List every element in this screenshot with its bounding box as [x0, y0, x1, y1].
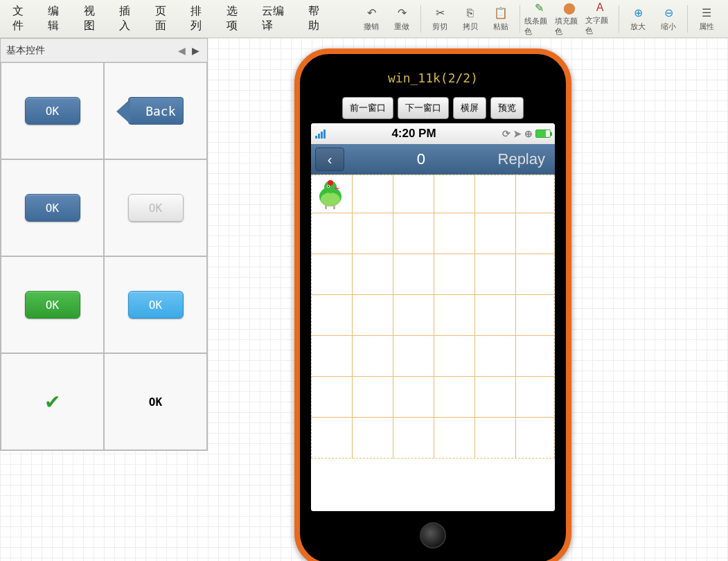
svg-point-5 [328, 186, 329, 187]
canvas[interactable]: 基本控件 ◀ ▶ OKBackOKOKOKOK✔OK win_11k(2/2) … [0, 38, 728, 561]
grid-overlay [311, 175, 555, 458]
palette-cell-0[interactable]: OK [1, 62, 104, 159]
game-canvas[interactable] [311, 175, 555, 511]
tool-拷贝[interactable]: ⎘拷贝 [456, 3, 485, 35]
svg-rect-8 [333, 205, 335, 209]
tool-粘贴[interactable]: 📋粘贴 [486, 3, 515, 35]
palette-cell-1[interactable]: Back [104, 62, 207, 159]
menu-排列[interactable]: 排列 [185, 1, 217, 36]
status-time: 4:20 PM [326, 127, 502, 141]
tool-文字颜色[interactable]: A文字颜色 [585, 3, 614, 35]
menu-云编译[interactable]: 云编译 [256, 1, 300, 36]
palette-prev-icon[interactable]: ◀ [175, 44, 188, 57]
palette-title: 基本控件 [6, 44, 45, 57]
tool-属性[interactable]: ☰属性 [692, 3, 721, 35]
menu-视图[interactable]: 视图 [78, 1, 111, 36]
phone-preview: win_11k(2/2) 前一窗口下一窗口横屏预览 4:20 PM ⟳ ➤ ⊕ … [294, 48, 571, 561]
home-button[interactable] [420, 522, 446, 549]
svg-point-3 [328, 180, 333, 186]
lock-icon: ⊕ [524, 128, 533, 139]
palette-cell-3[interactable]: OK [104, 159, 207, 256]
check-icon: ✔ [44, 391, 60, 413]
bird-sprite[interactable] [315, 179, 347, 211]
svg-rect-7 [325, 205, 327, 209]
tool-缩小[interactable]: ⊖缩小 [654, 3, 683, 35]
menu-页面[interactable]: 页面 [150, 1, 182, 36]
tool-填充颜色[interactable]: ⬤填充颜色 [555, 3, 584, 35]
refresh-icon: ⟳ [502, 128, 511, 139]
location-icon: ➤ [513, 128, 522, 139]
palette-cell-6[interactable]: ✔ [1, 353, 104, 450]
phone-screen: 4:20 PM ⟳ ➤ ⊕ ‹ 0 Replay [311, 123, 555, 511]
app-nav-bar: ‹ 0 Replay [311, 144, 555, 175]
palette-cell-7[interactable]: OK [104, 353, 207, 450]
status-bar: 4:20 PM ⟳ ➤ ⊕ [311, 123, 555, 144]
menu-帮助[interactable]: 帮助 [303, 1, 335, 36]
phone-ctrl-前一窗口[interactable]: 前一窗口 [342, 97, 393, 119]
phone-ctrl-预览[interactable]: 预览 [490, 97, 524, 119]
menu-选项[interactable]: 选项 [221, 1, 254, 36]
tool-撤销[interactable]: ↶撤销 [357, 3, 386, 35]
back-button[interactable]: ‹ [315, 148, 344, 171]
menu-编辑[interactable]: 编辑 [42, 1, 75, 36]
widget-palette: 基本控件 ◀ ▶ OKBackOKOKOKOK✔OK [0, 38, 208, 451]
menu-插入[interactable]: 插入 [114, 1, 146, 36]
battery-icon [535, 130, 551, 138]
tool-重做[interactable]: ↷重做 [387, 3, 416, 35]
menu-文件[interactable]: 文件 [7, 1, 39, 36]
tool-剪切[interactable]: ✂剪切 [425, 3, 454, 35]
svg-point-1 [321, 193, 340, 206]
palette-cell-2[interactable]: OK [1, 159, 104, 256]
signal-icon [315, 129, 326, 139]
palette-cell-4[interactable]: OK [1, 256, 104, 353]
replay-button[interactable]: Replay [498, 150, 545, 168]
score-label: 0 [344, 150, 498, 168]
palette-cell-5[interactable]: OK [104, 256, 207, 353]
phone-window-title: win_11k(2/2) [300, 54, 566, 85]
phone-ctrl-横屏[interactable]: 横屏 [453, 97, 486, 119]
tool-线条颜色[interactable]: ✎线条颜色 [524, 3, 553, 35]
phone-ctrl-下一窗口[interactable]: 下一窗口 [398, 97, 449, 119]
palette-next-icon[interactable]: ▶ [189, 44, 202, 57]
menubar: 文件编辑视图插入页面排列选项云编译帮助 ↶撤销↷重做✂剪切⎘拷贝📋粘贴✎线条颜色… [0, 0, 728, 38]
tool-放大[interactable]: ⊕放大 [623, 3, 652, 35]
